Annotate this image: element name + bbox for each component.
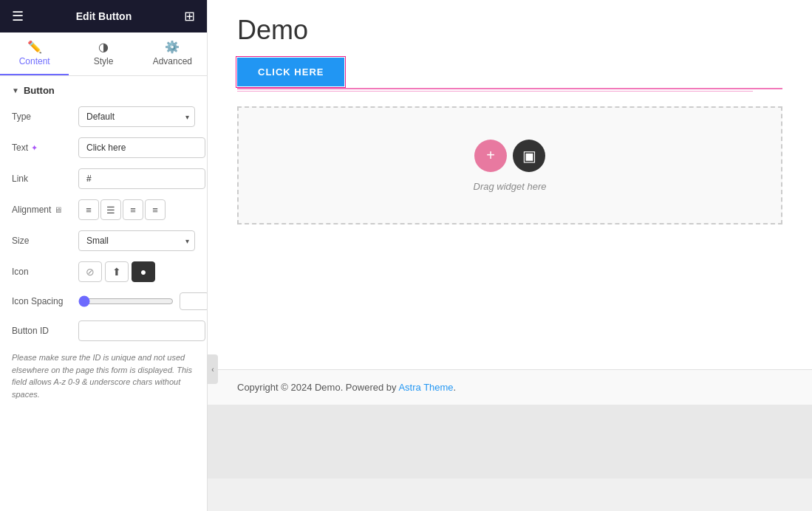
footer-link[interactable]: Astra Theme xyxy=(398,382,453,393)
alignment-control: ≡ ☰ ≡ ≡ xyxy=(78,199,195,220)
panel-body: ▼ Button Type Default Info Success Warni… xyxy=(0,76,207,511)
size-select[interactable]: Small Medium Large xyxy=(78,230,195,251)
style-tab-icon: ◑ xyxy=(98,40,109,54)
type-field-row: Type Default Info Success Warning Danger… xyxy=(12,106,195,127)
type-select-wrapper: Default Info Success Warning Danger ▾ xyxy=(78,106,195,127)
section-header: ▼ Button xyxy=(12,85,195,96)
add-widget-button[interactable]: + xyxy=(474,140,507,172)
size-field-row: Size Small Medium Large ▾ xyxy=(12,230,195,251)
button-id-label: Button ID xyxy=(12,326,78,336)
right-panel: Demo CLICK HERE + ▣ Drag widget here ‹ xyxy=(208,0,812,511)
type-control: Default Info Success Warning Danger ▾ xyxy=(78,106,195,127)
align-center-btn[interactable]: ☰ xyxy=(100,199,121,220)
content-tab-label: Content xyxy=(19,56,50,66)
page-title: Demo xyxy=(237,15,782,46)
icon-position-buttons: ⊘ ⬆ ● xyxy=(78,261,195,282)
link-label: Link xyxy=(12,174,78,184)
footer-suffix: . xyxy=(454,382,457,393)
icon-none-btn[interactable]: ⊘ xyxy=(78,261,102,282)
text-control: ☰ xyxy=(78,137,207,158)
icon-spacing-control xyxy=(78,292,207,310)
page-content: Demo CLICK HERE + ▣ Drag widget here xyxy=(208,0,812,369)
style-tab-label: Style xyxy=(94,56,114,66)
page-footer: Copyright © 2024 Demo. Powered by Astra … xyxy=(208,369,812,405)
type-select[interactable]: Default Info Success Warning Danger xyxy=(78,106,195,127)
advanced-tab-icon: ⚙️ xyxy=(165,40,180,54)
drag-icons: + ▣ xyxy=(474,140,545,172)
text-input-row: ☰ xyxy=(78,137,207,158)
text-input[interactable] xyxy=(78,137,205,158)
link-control: ⚙ ☰ xyxy=(78,168,207,189)
advanced-tab-label: Advanced xyxy=(153,56,192,66)
content-tab-icon: ✏️ xyxy=(27,40,42,54)
icon-spacing-field-row: Icon Spacing xyxy=(12,292,195,310)
panel-tabs: ✏️ Content ◑ Style ⚙️ Advanced xyxy=(0,32,207,76)
text-field-row: Text ✦ ☰ xyxy=(12,137,195,158)
collapse-handle[interactable]: ‹ xyxy=(208,354,218,384)
size-select-wrapper: Small Medium Large ▾ xyxy=(78,230,195,251)
icon-spacing-slider-row xyxy=(78,292,207,310)
align-justify-btn[interactable]: ≡ xyxy=(145,199,166,220)
alignment-buttons: ≡ ☰ ≡ ≡ xyxy=(78,199,195,220)
button-id-field-row: Button ID ☰ xyxy=(12,320,195,341)
icon-control: ⊘ ⬆ ● xyxy=(78,261,195,282)
icon-field-row: Icon ⊘ ⬆ ● xyxy=(12,261,195,282)
widget-library-button[interactable]: ▣ xyxy=(513,140,545,172)
drag-zone[interactable]: + ▣ Drag widget here xyxy=(237,106,782,224)
align-left-btn[interactable]: ≡ xyxy=(78,199,99,220)
type-label: Type xyxy=(12,112,78,122)
grid-icon[interactable]: ⊞ xyxy=(184,8,195,24)
icon-right-btn[interactable]: ● xyxy=(132,261,155,282)
size-label: Size xyxy=(12,236,78,246)
link-field-row: Link ⚙ ☰ xyxy=(12,168,195,189)
alignment-device-icon: 🖥 xyxy=(54,205,62,214)
left-panel: ☰ Edit Button ⊞ ✏️ Content ◑ Style ⚙️ Ad… xyxy=(0,0,208,511)
tab-advanced[interactable]: ⚙️ Advanced xyxy=(138,32,207,75)
alignment-field-row: Alignment 🖥 ≡ ☰ ≡ ≡ xyxy=(12,199,195,220)
bottom-footer-area xyxy=(208,405,812,479)
link-input[interactable] xyxy=(78,168,205,189)
panel-header: ☰ Edit Button ⊞ xyxy=(0,0,207,32)
icon-spacing-label: Icon Spacing xyxy=(12,296,78,306)
footer-text: Copyright © 2024 Demo. Powered by xyxy=(237,382,398,393)
icon-spacing-value[interactable] xyxy=(180,292,207,310)
button-selection-wrapper: CLICK HERE xyxy=(237,58,344,86)
button-id-row: ☰ xyxy=(78,320,207,341)
dynamic-icon[interactable]: ✦ xyxy=(31,143,38,153)
tab-style[interactable]: ◑ Style xyxy=(69,32,137,75)
page-canvas: Demo CLICK HERE + ▣ Drag widget here ‹ xyxy=(208,0,812,511)
drag-text: Drag widget here xyxy=(474,181,547,192)
collapse-arrow[interactable]: ▼ xyxy=(12,86,19,95)
icon-left-btn[interactable]: ⬆ xyxy=(105,261,129,282)
pink-top-line xyxy=(237,88,782,89)
text-label: Text ✦ xyxy=(12,143,78,153)
help-text: Please make sure the ID is unique and no… xyxy=(12,351,195,400)
button-id-input[interactable] xyxy=(78,320,205,341)
hamburger-icon[interactable]: ☰ xyxy=(12,8,24,24)
pink-bottom-line xyxy=(237,91,753,92)
section-label: Button xyxy=(24,85,55,96)
panel-title: Edit Button xyxy=(76,10,132,22)
click-here-button[interactable]: CLICK HERE xyxy=(237,58,344,86)
alignment-label: Alignment 🖥 xyxy=(12,205,78,215)
size-control: Small Medium Large ▾ xyxy=(78,230,195,251)
icon-spacing-slider[interactable] xyxy=(78,295,174,307)
link-row: ⚙ ☰ xyxy=(78,168,207,189)
button-id-control: ☰ xyxy=(78,320,207,341)
icon-label: Icon xyxy=(12,267,78,277)
tab-content[interactable]: ✏️ Content xyxy=(0,32,69,75)
align-right-btn[interactable]: ≡ xyxy=(123,199,143,220)
